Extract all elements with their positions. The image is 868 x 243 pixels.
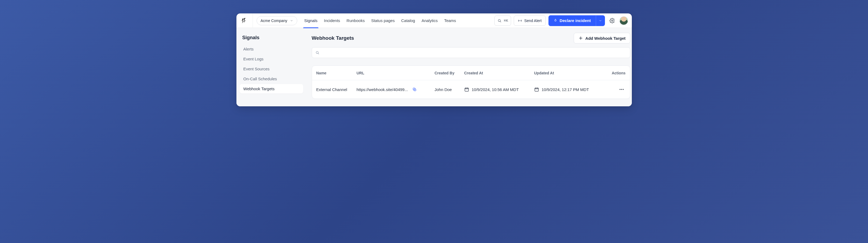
main: Webhook Targets Add Webhook Target Name [306, 28, 632, 106]
sidebar-item-on-call-schedules[interactable]: On-Call Schedules [240, 74, 303, 83]
page-header: Webhook Targets Add Webhook Target [312, 33, 630, 43]
cell-name: External Channel [316, 87, 356, 92]
col-name: Name [316, 71, 356, 75]
org-name: Acme Company [261, 19, 287, 23]
sidebar-title: Signals [240, 33, 303, 44]
col-created-by: Created By [435, 71, 464, 75]
primary-nav: Signals Incidents Runbooks Status pages … [304, 13, 457, 28]
cell-created-at: 10/9/2024, 10:56 AM MDT [464, 87, 534, 92]
cell-actions [607, 85, 626, 94]
add-webhook-target-button[interactable]: Add Webhook Target [574, 33, 630, 43]
url-text: https://webhook.site/40499... [356, 87, 408, 92]
svg-point-10 [623, 89, 623, 90]
dots-horizontal-icon [619, 87, 624, 92]
svg-point-2 [611, 20, 613, 21]
sidebar-item-event-logs[interactable]: Event Logs [240, 54, 303, 64]
plus-icon [578, 36, 583, 40]
send-alert-label: Send Alert [524, 19, 542, 23]
svg-point-9 [621, 89, 622, 90]
search-icon [315, 50, 319, 55]
svg-rect-6 [465, 88, 469, 91]
copy-icon [412, 87, 417, 92]
row-actions-button[interactable] [618, 85, 626, 94]
search-shortcut: ⌘K [504, 19, 508, 23]
svg-point-1 [520, 20, 521, 21]
search-input[interactable] [322, 50, 627, 55]
topbar: Acme Company Signals Incidents Runbooks … [237, 13, 632, 28]
svg-point-8 [619, 89, 620, 90]
declare-incident-group: Declare incident [549, 15, 605, 26]
declare-incident-dropdown[interactable] [596, 15, 605, 26]
app-logo-icon [240, 17, 248, 25]
search-bar[interactable] [312, 47, 630, 58]
svg-point-3 [316, 51, 318, 54]
sidebar-item-event-sources[interactable]: Event Sources [240, 64, 303, 74]
copy-url-button[interactable] [411, 86, 418, 93]
gear-icon [610, 18, 615, 23]
fire-icon [553, 19, 558, 23]
nav-analytics[interactable]: Analytics [421, 13, 438, 28]
declare-incident-label: Declare incident [560, 18, 591, 23]
svg-rect-7 [535, 88, 538, 91]
search-icon [497, 19, 502, 23]
cell-created-by: John Doe [435, 87, 464, 92]
svg-point-0 [498, 19, 501, 22]
col-created-at: Created At [464, 71, 534, 75]
add-webhook-target-label: Add Webhook Target [585, 36, 625, 40]
settings-button[interactable] [608, 16, 617, 25]
page-title: Webhook Targets [312, 35, 354, 41]
chevron-down-icon [599, 19, 602, 22]
declare-incident-button[interactable]: Declare incident [549, 15, 596, 26]
calendar-icon [464, 87, 469, 92]
search-button[interactable]: ⌘K [494, 15, 511, 26]
app-card: Acme Company Signals Incidents Runbooks … [237, 13, 632, 106]
sidebar: Signals Alerts Event Logs Event Sources … [237, 28, 306, 106]
topbar-actions: ⌘K Send Alert Declare incident [494, 15, 628, 26]
col-updated-at: Updated At [534, 71, 607, 75]
col-url: URL [356, 71, 435, 75]
cell-url: https://webhook.site/40499... [356, 86, 435, 93]
updated-at-text: 10/9/2024, 12:17 PM MDT [542, 87, 589, 92]
nav-incidents[interactable]: Incidents [323, 13, 341, 28]
calendar-icon [534, 87, 539, 92]
webhook-targets-table: Name URL Created By Created At Updated A… [312, 66, 630, 99]
nav-teams[interactable]: Teams [443, 13, 457, 28]
table-row: External Channel https://webhook.site/40… [312, 80, 630, 99]
chevron-down-icon [290, 19, 293, 22]
org-switcher[interactable]: Acme Company [257, 16, 298, 25]
created-at-text: 10/9/2024, 10:56 AM MDT [472, 87, 519, 92]
sidebar-item-webhook-targets[interactable]: Webhook Targets [240, 84, 303, 94]
user-avatar[interactable] [619, 16, 628, 25]
col-actions: Actions [607, 71, 626, 75]
body: Signals Alerts Event Logs Event Sources … [237, 28, 632, 106]
cell-updated-at: 10/9/2024, 12:17 PM MDT [534, 87, 607, 92]
nav-signals[interactable]: Signals [304, 13, 318, 28]
table-header: Name URL Created By Created At Updated A… [312, 66, 630, 80]
sidebar-item-alerts[interactable]: Alerts [240, 44, 303, 54]
nav-runbooks[interactable]: Runbooks [346, 13, 365, 28]
send-alert-button[interactable]: Send Alert [514, 15, 546, 26]
broadcast-icon [518, 19, 522, 23]
nav-catalog[interactable]: Catalog [401, 13, 415, 28]
nav-status-pages[interactable]: Status pages [371, 13, 395, 28]
